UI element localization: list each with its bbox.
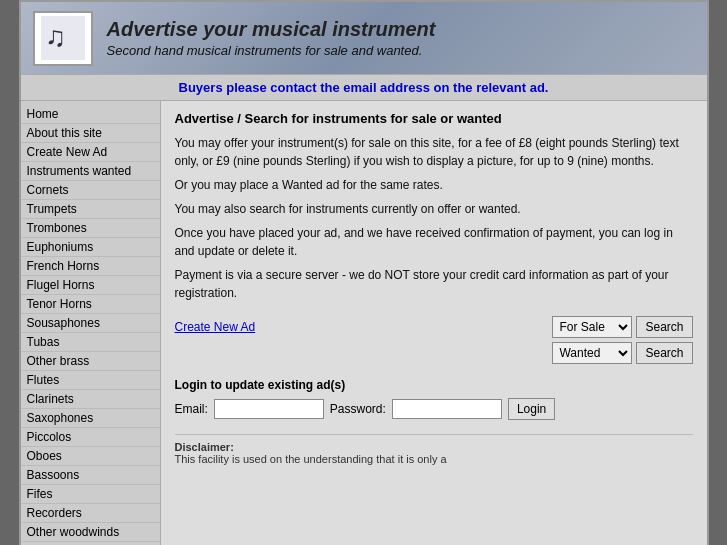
email-label: Email:: [175, 402, 208, 416]
sidebar-item-tenor-horns[interactable]: Tenor Horns: [21, 295, 160, 314]
sidebar-item-fifes[interactable]: Fifes: [21, 485, 160, 504]
sidebar-item-cornets[interactable]: Cornets: [21, 181, 160, 200]
login-heading: Login to update existing ad(s): [175, 378, 693, 392]
svg-text:♫: ♫: [45, 21, 66, 52]
sidebar-item-flutes[interactable]: Flutes: [21, 371, 160, 390]
main-content: Advertise / Search for instruments for s…: [161, 101, 707, 545]
disclaimer-text: This facility is used on the understandi…: [175, 453, 447, 465]
para4: Once you have placed your ad, and we hav…: [175, 224, 693, 260]
sidebar-item-bassoons[interactable]: Bassoons: [21, 466, 160, 485]
password-label: Password:: [330, 402, 386, 416]
forsale-search-button[interactable]: Search: [636, 316, 692, 338]
disclaimer: Disclaimer: This facility is used on the…: [175, 434, 693, 465]
forsale-select[interactable]: For Sale: [552, 316, 632, 338]
site-subtitle: Second hand musical instruments for sale…: [107, 43, 436, 58]
login-button[interactable]: Login: [508, 398, 555, 420]
sidebar-item-french-horns[interactable]: French Horns: [21, 257, 160, 276]
sidebar-item-other-woodwinds[interactable]: Other woodwinds: [21, 523, 160, 542]
wanted-select[interactable]: Wanted: [552, 342, 632, 364]
subheader-notice: Buyers please contact the email address …: [21, 74, 707, 101]
forsale-dropdown-wrap: For Sale Search: [552, 316, 692, 338]
music-icon: ♫: [41, 16, 85, 60]
para2: Or you may place a Wanted ad for the sam…: [175, 176, 693, 194]
sidebar-item-other-brass[interactable]: Other brass: [21, 352, 160, 371]
sidebar-item-about[interactable]: About this site: [21, 124, 160, 143]
sidebar-item-clarinets[interactable]: Clarinets: [21, 390, 160, 409]
disclaimer-heading: Disclaimer:: [175, 441, 234, 453]
sidebar-item-tubas[interactable]: Tubas: [21, 333, 160, 352]
para5: Payment is via a secure server - we do N…: [175, 266, 693, 302]
sidebar-item-oboes[interactable]: Oboes: [21, 447, 160, 466]
sidebar-item-home[interactable]: Home: [21, 105, 160, 124]
site-title: Advertise your musical instrument: [107, 18, 436, 41]
sidebar-item-recorders[interactable]: Recorders: [21, 504, 160, 523]
forsale-row: Create New Ad For Sale Search: [175, 316, 693, 338]
header-text: Advertise your musical instrument Second…: [107, 18, 436, 58]
header: ♫ Advertise your musical instrument Seco…: [21, 2, 707, 74]
sidebar-item-create-new-ad[interactable]: Create New Ad: [21, 143, 160, 162]
wanted-search-button[interactable]: Search: [636, 342, 692, 364]
email-field[interactable]: [214, 399, 324, 419]
sidebar-item-piccolos[interactable]: Piccolos: [21, 428, 160, 447]
create-new-ad-link[interactable]: Create New Ad: [175, 320, 256, 334]
login-row: Email: Password: Login: [175, 398, 693, 420]
sidebar-item-instruments-wanted[interactable]: Instruments wanted: [21, 162, 160, 181]
sidebar: HomeAbout this siteCreate New AdInstrume…: [21, 101, 161, 545]
wanted-row: Wanted Search: [175, 342, 693, 364]
main-heading: Advertise / Search for instruments for s…: [175, 111, 693, 126]
sidebar-item-euphoniums[interactable]: Euphoniums: [21, 238, 160, 257]
login-section: Login to update existing ad(s) Email: Pa…: [175, 378, 693, 420]
para3: You may also search for instruments curr…: [175, 200, 693, 218]
para1: You may offer your instrument(s) for sal…: [175, 134, 693, 170]
password-field[interactable]: [392, 399, 502, 419]
sidebar-item-trumpets[interactable]: Trumpets: [21, 200, 160, 219]
logo: ♫: [33, 11, 93, 66]
sidebar-item-sousaphones[interactable]: Sousaphones: [21, 314, 160, 333]
sidebar-item-flugel-horns[interactable]: Flugel Horns: [21, 276, 160, 295]
sidebar-item-trombones[interactable]: Trombones: [21, 219, 160, 238]
sidebar-item-saxophones[interactable]: Saxophones: [21, 409, 160, 428]
